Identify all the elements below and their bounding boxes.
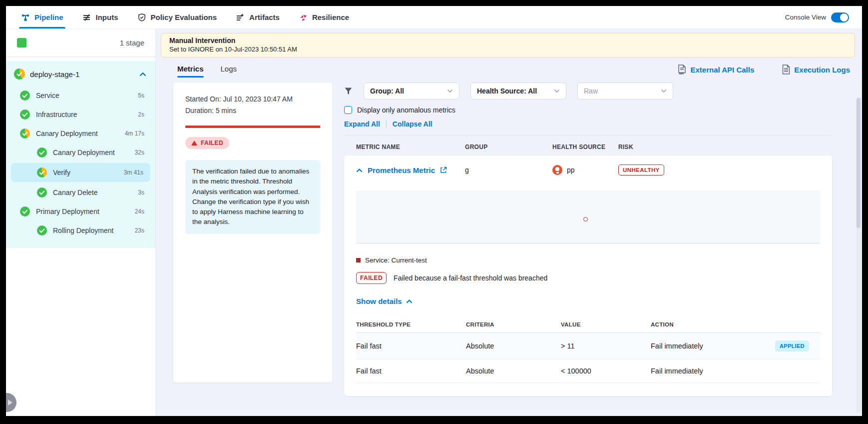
show-details-link[interactable]: Show details [356,297,820,306]
sidebar-step[interactable]: Canary Deployment32s [6,143,155,162]
chevron-down-icon [554,89,560,93]
group-filter-select[interactable]: Group: All [364,82,459,100]
artifacts-icon [236,13,245,22]
threshold-type: Fail fast [356,367,466,375]
metrics-analysis-column: Group: All Health Source: All Raw [344,82,855,396]
metric-name-link[interactable]: Prometheus Metric [368,166,435,174]
threshold-action: Fail immediately [651,367,775,375]
column-header: RISK [618,144,832,150]
step-list: Service5sInfrastructure2sCanary Deployme… [6,86,155,240]
fail-reason-text: Failed because a fail-fast threshold was… [394,274,547,282]
warning-status-icon [37,168,47,178]
nav-tab-resilience[interactable]: Resilience [299,6,349,28]
nav-tab-artifacts[interactable]: Artifacts [236,6,280,28]
sidebar-step[interactable]: Primary Deployment24s [6,202,155,221]
success-status-icon [37,226,47,236]
step-label: Primary Deployment [36,208,99,216]
column-header: GROUP [465,144,552,150]
step-duration: 23s [135,227,144,234]
step-duration: 5s [138,92,144,99]
sidebar-step[interactable]: Service5s [6,86,155,105]
step-label: Rolling Deployment [53,226,113,234]
step-label: Canary Deployment [36,130,98,138]
verification-summary-card: Started On: Jul 10, 2023 10:47 AM Durati… [173,82,332,382]
metric-chart [356,190,820,244]
column-header: ACTION [651,322,775,328]
console-expand-button[interactable] [6,393,16,412]
step-duration: 32s [135,149,144,156]
success-status-icon [37,148,47,158]
execution-logs-link[interactable]: Execution Logs [782,64,850,74]
failed-outline-badge: FAILED [356,272,387,284]
stage-count: 1 stage [120,38,144,47]
failed-progress-bar [185,126,320,128]
chevron-up-icon[interactable] [139,72,146,76]
threshold-type: Fail fast [356,342,466,350]
raw-filter-select[interactable]: Raw [577,82,673,100]
nav-tab-label: Inputs [96,13,118,22]
sidebar-step[interactable]: Verify3m 41s [11,163,150,182]
nav-tab-pipeline[interactable]: Pipeline [21,6,63,28]
nav-tab-policy-evaluations[interactable]: Policy Evaluations [137,6,217,28]
threshold-criteria: Absolute [466,367,561,375]
threshold-row: Fail fastAbsolute> 11Fail immediatelyAPP… [356,333,820,360]
scrollbar-thumb[interactable] [857,98,861,228]
chevron-down-icon [447,89,453,93]
threshold-row: Fail fastAbsolute< 100000Fail immediatel… [356,360,820,383]
prometheus-icon [552,165,562,175]
sidebar-step[interactable]: Rolling Deployment23s [6,221,155,240]
divider [386,120,387,128]
nav-tab-inputs[interactable]: Inputs [82,6,118,28]
document-icon [782,64,790,74]
anomalous-metrics-checkbox[interactable] [344,106,352,114]
inputs-icon [82,13,91,22]
nav-tabs: Pipeline Inputs Policy Evaluations Artif… [21,6,349,28]
execution-sidebar: 1 stage deploy-stage-1 Service5sInfrastr… [6,29,156,416]
tab-metrics[interactable]: Metrics [177,64,204,78]
chart-legend: Service: Current-test [356,256,820,264]
svg-text:API: API [679,72,684,75]
stage-group-name: deploy-stage-1 [30,70,79,78]
chevron-up-icon [406,299,413,304]
step-label: Canary Delete [53,188,98,196]
health-source-filter-select[interactable]: Health Source: All [470,82,566,100]
external-api-calls-link[interactable]: API External API Calls [678,64,754,74]
column-header: VALUE [561,322,651,328]
column-header: THRESHOLD TYPE [356,322,466,328]
failed-status-badge: FAILED [185,137,229,149]
banner-subtitle: Set to IGNORE on 10-Jul-2023 10:50:51 AM [169,46,847,53]
api-document-icon: API [678,64,686,74]
scrollbar[interactable] [856,97,861,413]
sidebar-step[interactable]: Canary Deployment4m 17s [6,124,155,143]
stage-group-header[interactable]: deploy-stage-1 [6,61,155,86]
anomalous-data-point[interactable] [583,217,588,222]
filter-row: Group: All Health Source: All Raw [344,82,832,100]
app-window: Pipeline Inputs Policy Evaluations Artif… [6,6,862,416]
stage-status-square-icon [17,38,26,48]
nav-tab-label: Resilience [312,13,349,22]
sidebar-step[interactable]: Infrastructure2s [6,105,155,124]
expand-all-link[interactable]: Expand All [344,120,380,128]
top-navbar: Pipeline Inputs Policy Evaluations Artif… [6,6,862,29]
step-label: Verify [53,168,70,176]
console-view-label: Console View [785,14,826,21]
threshold-criteria: Absolute [466,342,561,350]
column-header: HEALTH SOURCE [552,144,618,150]
legend-swatch-icon [356,258,361,262]
sidebar-step[interactable]: Canary Delete3s [6,183,155,202]
success-status-icon [20,90,30,100]
main-panel: Manual Intervention Set to IGNORE on 10-… [156,29,862,416]
threshold-value: > 11 [561,342,651,350]
collapse-row-chevron-icon[interactable] [356,168,363,172]
filter-funnel-icon[interactable] [344,87,353,96]
column-header: METRIC NAME [356,144,465,150]
anomalous-metrics-label: Display only anomalous metrics [357,106,455,114]
threshold-rows: Fail fastAbsolute> 11Fail immediatelyAPP… [356,333,820,383]
console-view-toggle[interactable] [831,12,849,22]
risk-badge: UNHEALTHY [618,164,664,176]
collapse-all-link[interactable]: Collapse All [393,120,433,128]
external-link-icon[interactable] [440,166,447,174]
success-status-icon [20,206,30,216]
step-label: Infrastructure [36,110,77,118]
tab-logs[interactable]: Logs [221,64,237,78]
